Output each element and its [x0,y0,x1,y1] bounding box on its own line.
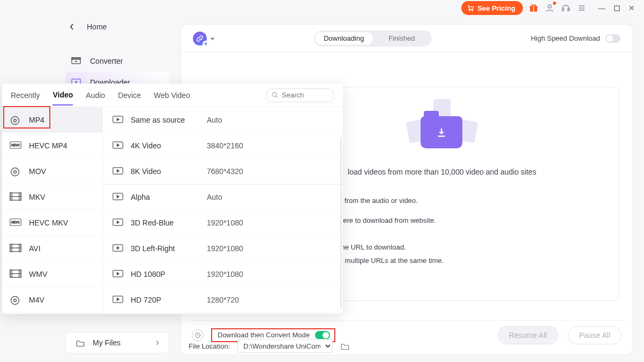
resume-all-button[interactable]: Resume All [498,326,558,344]
account-icon[interactable] [544,3,555,13]
format-option[interactable]: 4K Video3840*2160 [103,133,343,159]
option-resolution: 7680*4320 [207,167,243,176]
option-resolution: 1920*1080 [207,244,243,253]
format-family-avi[interactable]: AVI [2,236,102,261]
format-option[interactable]: 3D Red-Blue1920*1080 [103,210,343,236]
svg-rect-8 [614,5,619,10]
svg-point-0 [469,10,470,11]
format-family-label: WMV [29,270,47,278]
search-icon [272,92,279,99]
file-location-select[interactable]: D:\Wondershare UniConverter [237,339,333,353]
format-option[interactable]: AlphaAuto [103,184,343,210]
tab-finished[interactable]: Finished [373,32,431,44]
format-option[interactable]: 8K Video7680*4320 [103,159,343,184]
open-folder-icon[interactable] [340,342,350,350]
download-illustration [405,100,480,159]
option-resolution: 1920*1080 [207,270,243,278]
format-option-list: Same as sourceAuto4K Video3840*21608K Vi… [103,107,343,314]
svg-point-32 [14,299,17,301]
format-family-mp4[interactable]: MP4 [2,107,102,133]
format-family-hevc-mp4[interactable]: HEVCHEVC MP4 [2,133,102,159]
headset-icon[interactable] [560,3,571,13]
sidebar-label: Converter [90,57,123,65]
sidebar-item-converter[interactable]: Converter [65,50,169,72]
option-resolution: Auto [207,116,222,124]
svg-point-19 [14,170,17,173]
option-name: 4K Video [131,141,207,150]
svg-rect-6 [562,9,564,11]
tab-recently[interactable]: Recently [11,91,40,100]
converter-icon [71,56,81,66]
format-icon [10,244,21,253]
play-icon [113,167,124,176]
tab-audio[interactable]: Audio [86,91,105,100]
gift-icon[interactable] [528,3,539,13]
high-speed-toggle[interactable] [605,34,620,43]
svg-rect-7 [568,9,570,11]
home-nav[interactable]: Home [65,19,169,34]
svg-text:HEVC: HEVC [11,221,19,224]
my-files-label: My Files [93,338,121,347]
format-family-label: M4V [29,296,44,304]
format-family-mov[interactable]: MOV [2,159,102,184]
option-resolution: 1920*1080 [207,218,243,227]
format-family-label: HEVC MP4 [29,141,68,150]
play-icon [113,244,124,253]
format-selection-popup: Recently Video Audio Device Web Video MP… [2,84,343,314]
svg-text:HEVC: HEVC [11,144,19,147]
format-option[interactable]: HD 720P1280*720 [103,287,343,313]
sidebar: Home Converter Downloader [65,19,169,93]
link-plus-icon [193,32,207,46]
format-family-hevc-mkv[interactable]: HEVCHEVC MKV [2,210,102,236]
format-family-label: HEVC MKV [29,218,68,227]
format-option[interactable]: Same as sourceAuto [103,107,343,133]
svg-rect-4 [533,6,534,12]
option-resolution: 1280*720 [207,296,239,304]
option-name: Alpha [131,193,207,201]
format-family-label: MOV [29,167,46,176]
tip-line: d multiple URLs at the same time. [339,254,608,268]
svg-point-5 [548,5,551,8]
option-name: Same as source [131,116,207,124]
format-family-m4v[interactable]: M4V [2,287,102,313]
maximize-button[interactable] [613,4,620,12]
file-location-row: File Location: D:\Wondershare UniConvert… [189,336,350,356]
chevron-down-icon [210,37,215,40]
tip-line: here to download from website. [339,214,608,228]
my-files-button[interactable]: My Files [65,332,169,353]
download-status-segmented[interactable]: Downloading Finished [314,31,432,47]
file-location-label: File Location: [189,342,230,350]
option-name: 3D Left-Right [131,244,207,253]
titlebar: See Pricing — ✕ [461,0,644,16]
chevron-left-icon [70,24,74,30]
format-option[interactable]: 3D Left-Right1920*1080 [103,236,343,261]
high-speed-label: High Speed Download [531,34,600,42]
folder-icon [76,339,85,347]
format-option[interactable]: HD 1080P1920*1080 [103,261,343,287]
tip-line: the URL to download. [339,241,608,254]
tab-video[interactable]: Video [53,90,73,105]
add-download-button[interactable] [193,32,215,46]
option-name: 8K Video [131,167,207,176]
minimize-button[interactable]: — [598,4,605,12]
format-family-label: MKV [29,193,45,201]
option-resolution: 3840*2160 [207,141,243,150]
pause-all-button[interactable]: Pause All [568,326,621,344]
format-search-input[interactable] [282,91,324,99]
tab-downloading[interactable]: Downloading [315,32,373,44]
play-icon [113,270,124,278]
tab-device[interactable]: Device [118,91,141,100]
format-family-mkv[interactable]: MKV [2,184,102,210]
empty-tips: k from the audio or video. here to downl… [339,194,608,268]
close-button[interactable]: ✕ [628,4,635,12]
play-icon [113,116,124,124]
format-search[interactable] [266,88,334,102]
see-pricing-button[interactable]: See Pricing [461,1,523,15]
tab-web-video[interactable]: Web Video [154,91,190,100]
chevron-right-icon [156,340,159,345]
svg-point-18 [11,168,19,176]
play-icon [113,141,124,150]
format-family-wmv[interactable]: WMV [2,261,102,287]
menu-icon[interactable] [576,3,587,13]
see-pricing-label: See Pricing [477,4,515,12]
